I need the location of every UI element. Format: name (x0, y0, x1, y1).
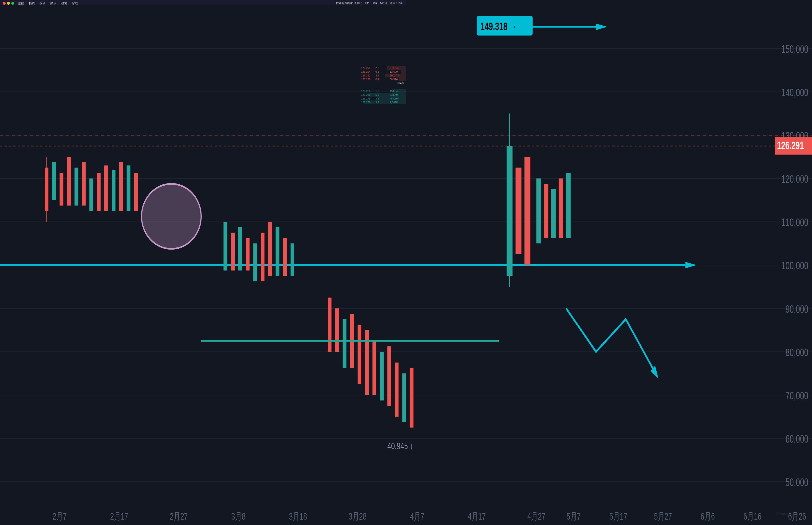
svg-rect-31 (89, 179, 93, 211)
ob-buy-1-price: 126.288 (361, 90, 376, 92)
ob-sell-2[interactable]: 126.294 0.1 12,629 (359, 70, 406, 74)
main-content: ORC 38.046 RNC 10.7416 ETH 2991.10 PEO 0… (12, 6, 359, 262)
ob-buy-4-bar (364, 101, 406, 104)
svg-rect-44 (268, 222, 272, 262)
svg-rect-43 (261, 232, 264, 262)
svg-rect-40 (239, 227, 242, 262)
svg-rect-47 (291, 243, 294, 262)
chart-svg-container: 150,000 140,000 130,000 120,000 110,000 … (12, 6, 359, 262)
ob-sell-4-qty: 0.4 (376, 78, 390, 81)
svg-rect-34 (112, 170, 116, 211)
mac-notification: 找就有路回家 回家吧 (336, 1, 362, 5)
svg-rect-37 (134, 173, 138, 211)
ob-sell-4-price: 126.290 (361, 78, 376, 81)
ob-sell-4-bar (399, 77, 406, 81)
ob-sell-1-bar (387, 66, 406, 70)
ob-sell-3[interactable]: 126.292 2.3 290,472 (359, 74, 406, 77)
close-window-button[interactable] (3, 2, 6, 5)
chart-oval-annotation (141, 184, 201, 249)
svg-rect-46 (283, 238, 287, 262)
svg-rect-29 (75, 168, 78, 206)
svg-rect-35 (119, 162, 123, 211)
ob-price-change: -1.55% (397, 82, 404, 85)
svg-rect-38 (224, 222, 227, 262)
mac-status-bar: 找就有路回家 回家吧 241 99+ 5月9日 週四 15:39 (336, 1, 403, 5)
ob-buy-1-qty: 1.2 (376, 90, 390, 92)
ob-sell-3-price: 126.292 (361, 74, 376, 77)
ob-sell-3-bar (385, 74, 406, 77)
menu-file[interactable]: 档案 (29, 1, 35, 5)
ob-sell-1-price: 126.295 (361, 66, 376, 70)
mac-datetime: 5月9日 週四 15:39 (380, 1, 403, 5)
svg-rect-27 (60, 173, 63, 206)
svg-rect-32 (97, 173, 101, 211)
svg-rect-39 (231, 232, 235, 262)
menu-view[interactable]: 顯示 (50, 1, 57, 5)
ob-sell-2-price: 126.294 (361, 70, 376, 73)
ob-sell-4[interactable]: 126.290 0.4 50,516 (359, 77, 406, 81)
svg-rect-33 (104, 165, 108, 211)
svg-rect-42 (253, 243, 257, 262)
ob-buy-3-bar (378, 97, 406, 101)
ob-buy-2-bar (369, 93, 406, 97)
menu-app[interactable]: 微信 (18, 1, 24, 5)
minimize-window-button[interactable] (7, 2, 10, 5)
mac-wifi-strength: 99+ (373, 2, 377, 5)
ob-buy-1-bar (392, 89, 406, 93)
ob-sell-2-qty: 0.1 (376, 70, 390, 73)
app-container: 🏠 首页 📊 行情 🌐 Web3 📰 快讯 线上 💰 年19%套利 💼 资产 👥… (0, 6, 406, 262)
ob-sell-2-bar (401, 70, 406, 74)
ob-buy-2[interactable]: 126.280 5.0 631.40 (359, 93, 406, 97)
svg-rect-41 (246, 238, 250, 262)
svg-rect-30 (82, 162, 86, 206)
maximize-window-button[interactable] (11, 2, 14, 5)
svg-rect-36 (127, 165, 131, 211)
mac-menu-bar: 微信 档案 编辑 顯示 視窗 幫助 (18, 1, 78, 5)
ob-buy-3[interactable]: 126.279 3.6 454,604 (359, 97, 406, 101)
mac-window-controls[interactable] (3, 2, 14, 5)
main-chart-svg: 150,000 140,000 130,000 120,000 110,000 … (12, 6, 359, 262)
ob-buy-4[interactable]: 126.278 9.2 1,162K (359, 101, 406, 104)
menu-window[interactable]: 視窗 (61, 1, 67, 5)
svg-rect-28 (67, 157, 71, 206)
mac-battery-percent: 241 (365, 2, 370, 5)
svg-rect-45 (276, 227, 279, 262)
menu-edit[interactable]: 编辑 (40, 1, 46, 5)
svg-rect-26 (52, 162, 56, 200)
menu-help[interactable]: 幫助 (72, 1, 78, 5)
ob-buy-1[interactable]: 126.288 1.2 151,546 (359, 89, 406, 93)
ob-buy-3-price: 126.279 (361, 97, 376, 100)
ob-sell-1[interactable]: 126.295 2.2 277,849 (359, 66, 406, 70)
